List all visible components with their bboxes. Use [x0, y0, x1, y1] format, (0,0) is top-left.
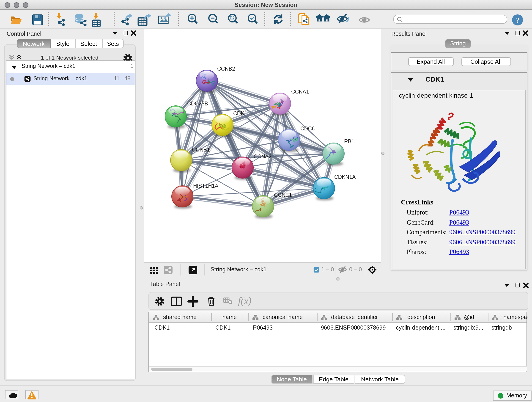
svg-text:CDKN1A: CDKN1A [334, 174, 356, 180]
svg-text:RB1: RB1 [344, 138, 355, 144]
svg-text:CCNA1: CCNA1 [291, 89, 309, 95]
svg-text:CDC6: CDC6 [300, 126, 315, 132]
svg-text:CCNB1: CCNB1 [192, 147, 210, 153]
svg-text:CCNA2: CCNA2 [254, 153, 272, 160]
svg-text:HIST1H1A: HIST1H1A [193, 183, 219, 189]
svg-text:CCNE1: CCNE1 [274, 192, 292, 198]
svg-text:CDK1: CDK1 [233, 110, 247, 116]
svg-text:CDC25B: CDC25B [187, 101, 208, 107]
svg-text:CCNB2: CCNB2 [217, 66, 235, 72]
svg-text:?: ? [516, 16, 520, 24]
